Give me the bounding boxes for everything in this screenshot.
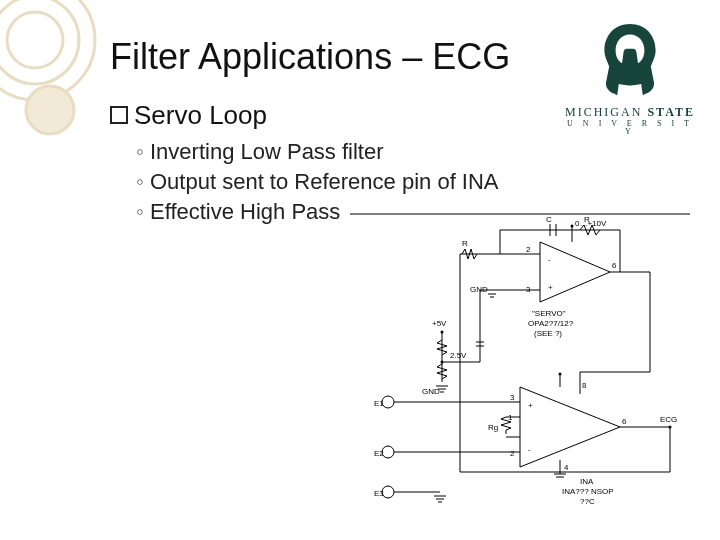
slide: MICHIGAN STATE U N I V E R S I T Y Filte… [0,0,720,540]
svg-point-2 [7,12,63,68]
list-item: ◦Output sent to Reference pin of INA [136,169,690,195]
svg-text:+: + [548,283,553,292]
svg-point-0 [0,0,95,100]
label-ina-part3: ??C [580,497,595,506]
svg-point-3 [26,86,74,134]
svg-text:3: 3 [510,393,515,402]
ring-bullet-icon: ◦ [136,169,150,195]
label-vplus: 0…+10V [575,219,607,228]
list-item: ◦Inverting Low Pass filter [136,139,690,165]
label-e2: E2 [374,449,384,458]
svg-marker-38 [520,387,620,467]
bullet-box-icon [110,106,128,124]
body-content: Servo Loop ◦Inverting Low Pass filter ◦O… [110,100,690,229]
svg-point-61 [382,446,394,458]
label-servo: "SERVO" [532,309,566,318]
page-title: Filter Applications – ECG [110,36,510,78]
svg-point-63 [382,486,394,498]
svg-text:8: 8 [582,381,587,390]
svg-text:6: 6 [612,261,617,270]
list-item-text: Effective High Pass [150,199,340,224]
label-ina: INA [580,477,594,486]
svg-point-1 [0,0,79,84]
label-top-c: C [546,215,552,224]
list-item-text: Output sent to Reference pin of INA [150,169,499,194]
section-heading-line: Servo Loop [110,100,690,131]
svg-point-26 [441,331,444,334]
svg-text:2: 2 [510,449,515,458]
svg-text:6: 6 [622,417,627,426]
label-2p5v: 2.5V [450,351,467,360]
label-top-r: R [584,215,590,224]
label-plus5: +5V [432,319,447,328]
svg-point-18 [571,225,574,228]
svg-text:+: + [528,401,533,410]
label-ecg-out: ECG [660,415,677,424]
ring-bullet-icon: ◦ [136,199,150,225]
label-mid-r: R [462,239,468,248]
label-e1: E1 [374,399,384,408]
svg-text:3: 3 [526,285,531,294]
svg-text:-: - [528,445,531,454]
label-ina-part2: INA??? NSOP [562,487,614,496]
svg-point-70 [669,426,672,429]
section-heading: Servo Loop [134,100,267,130]
label-e3: E3 [374,489,384,498]
circuit-schematic: - + 0…+10V GND C [350,212,690,512]
svg-text:4: 4 [564,463,569,472]
spartan-helmet-icon [590,20,670,100]
label-servo-part1: OPA2?7/12? [528,319,574,328]
svg-text:2: 2 [526,245,531,254]
label-servo-part2: (SEE ?) [534,329,562,338]
label-rg: Rg [488,423,498,432]
svg-text:-: - [548,255,551,264]
ring-bullet-icon: ◦ [136,139,150,165]
svg-point-50 [559,373,562,376]
svg-marker-5 [540,242,610,302]
label-gnd2: GND [422,387,440,396]
svg-text:1: 1 [508,413,513,422]
svg-point-59 [382,396,394,408]
list-item-text: Inverting Low Pass filter [150,139,384,164]
